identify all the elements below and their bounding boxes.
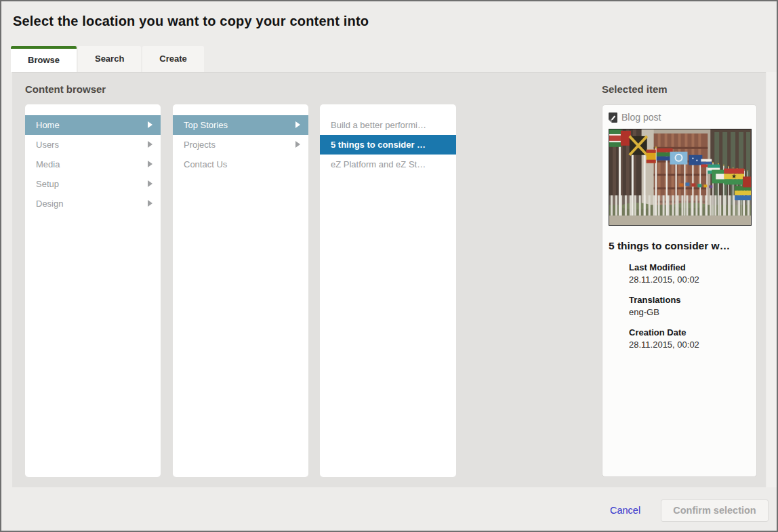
browser-item-top-stories[interactable]: Top Stories (173, 115, 308, 135)
browser-item-label: Projects (184, 140, 216, 150)
browser-item-projects[interactable]: Projects (173, 135, 308, 155)
browser-item-label: Design (36, 199, 63, 209)
chevron-right-icon (148, 141, 152, 148)
meta-label-creation-date: Creation Date (629, 327, 750, 337)
browser-column-1: Home Users Media Setup Design (25, 104, 161, 477)
meta-label-last-modified: Last Modified (629, 262, 750, 272)
copy-location-dialog: Select the location you want to copy you… (0, 0, 778, 532)
blog-post-icon (609, 112, 617, 123)
browser-item-label: 5 things to consider … (331, 140, 426, 150)
cancel-button[interactable]: Cancel (610, 505, 640, 516)
browser-item-label: Media (36, 159, 60, 169)
browser-item-build-a-better[interactable]: Build a better performi… (320, 115, 456, 135)
browser-item-setup[interactable]: Setup (25, 174, 161, 194)
meta-value-last-modified: 28.11.2015, 00:02 (629, 274, 750, 285)
content-type-label: Blog post (621, 112, 661, 123)
chevron-right-icon (295, 121, 300, 128)
chevron-right-icon (295, 141, 300, 148)
content-type-row: Blog post (609, 112, 750, 123)
browser-item-contact-us[interactable]: Contact Us (173, 155, 308, 174)
confirm-selection-button[interactable]: Confirm selection (661, 499, 769, 522)
content-browser-heading: Content browser (25, 83, 106, 95)
chevron-right-icon (148, 121, 152, 128)
selected-item-title: 5 things to consider w… (609, 240, 750, 252)
selected-item-heading: Selected item (602, 83, 668, 95)
browser-item-label: Users (36, 140, 59, 150)
selected-item-card: Blog post (602, 104, 757, 477)
browser-item-label: Top Stories (184, 120, 228, 130)
meta-label-translations: Translations (629, 295, 750, 305)
browser-column-3: Build a better performi… 5 things to con… (320, 104, 456, 477)
meta-value-translations: eng-GB (629, 307, 750, 317)
browser-item-home[interactable]: Home (25, 115, 161, 135)
browser-item-media[interactable]: Media (25, 155, 161, 174)
selected-item-meta: Last Modified 28.11.2015, 00:02 Translat… (629, 262, 750, 350)
browser-item-users[interactable]: Users (25, 135, 161, 155)
tab-search[interactable]: Search (78, 46, 141, 72)
tab-create[interactable]: Create (142, 46, 203, 72)
blog-post-thumbnail (609, 129, 752, 226)
tab-browse[interactable]: Browse (11, 46, 77, 72)
browser-item-label: eZ Platform and eZ St… (331, 159, 426, 169)
meta-value-creation-date: 28.11.2015, 00:02 (629, 340, 750, 350)
browser-item-label: Contact Us (184, 159, 227, 169)
browser-item-label: Home (36, 120, 60, 130)
chevron-right-icon (148, 180, 152, 187)
dialog-title: Select the location you want to copy you… (13, 14, 369, 29)
browser-item-design[interactable]: Design (25, 194, 161, 213)
browser-item-ez-platform[interactable]: eZ Platform and eZ St… (320, 155, 456, 174)
chevron-right-icon (148, 200, 152, 207)
chevron-right-icon (148, 161, 152, 167)
tab-bar: Browse Search Create (11, 46, 205, 72)
browser-item-label: Setup (36, 179, 59, 189)
browser-item-5-things[interactable]: 5 things to consider … (320, 135, 456, 155)
scrollbar-track[interactable] (766, 72, 777, 487)
browser-item-label: Build a better performi… (331, 120, 426, 130)
browser-column-2: Top Stories Projects Contact Us (173, 104, 308, 477)
